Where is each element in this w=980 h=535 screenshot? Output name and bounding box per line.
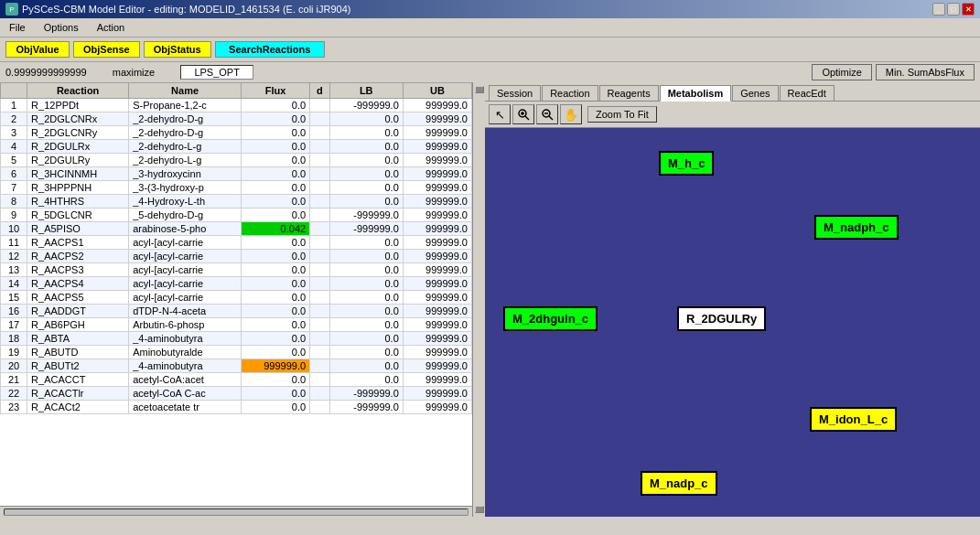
row-flux: 0.0 (241, 99, 309, 112)
optimize-button[interactable]: Optimize (812, 64, 871, 80)
table-row[interactable]: 16 R_AADDGT dTDP-N-4-aceta 0.0 0.0 99999… (1, 305, 472, 318)
menu-action[interactable]: Action (92, 20, 131, 35)
col-ub[interactable]: UB (403, 83, 471, 99)
minimize-button[interactable]: _ (932, 3, 945, 16)
window-controls[interactable]: _ □ ✕ (932, 3, 975, 16)
metabolite-box[interactable]: M_2dhguln_c (503, 306, 598, 331)
table-row[interactable]: 6 R_3HCINNMH _3-hydroxycinn 0.0 0.0 9999… (1, 167, 472, 181)
row-reaction[interactable]: R_4HTHRS (27, 195, 129, 209)
row-name: _2-dehydro-L-g (129, 140, 242, 154)
tab-reagents[interactable]: Reagents (599, 85, 659, 101)
search-reactions-button[interactable]: SearchReactions (215, 41, 325, 58)
row-reaction[interactable]: R_AACPS5 (27, 291, 129, 305)
vertical-scrollbar[interactable] (472, 82, 485, 517)
row-flux: 0.0 (241, 209, 309, 222)
table-row[interactable]: 15 R_AACPS5 acyl-[acyl-carrie 0.0 0.0 99… (1, 291, 472, 305)
row-reaction[interactable]: R_12PPDt (27, 99, 129, 112)
row-reaction[interactable]: R_3HCINNMH (27, 167, 129, 181)
menu-options[interactable]: Options (38, 20, 84, 35)
tab-reacedt[interactable]: ReacEdt (780, 85, 835, 101)
row-ub: 999999.0 (403, 291, 471, 305)
row-name: _2-dehydro-D-g (129, 126, 242, 140)
zoom-in-button[interactable] (512, 104, 534, 124)
table-row[interactable]: 22 R_ACACTlr acetyl-CoA C-ac 0.0 -999999… (1, 387, 472, 401)
row-reaction[interactable]: R_2DGULRy (27, 154, 129, 167)
horizontal-scrollbar-area[interactable] (0, 506, 472, 517)
tab-session[interactable]: Session (489, 85, 541, 101)
min-sum-abs-flux-button[interactable]: Min. SumAbsFlux (876, 64, 975, 80)
row-num: 6 (1, 167, 27, 181)
row-reaction[interactable]: R_5DGLCNR (27, 209, 129, 222)
table-row[interactable]: 21 R_ACACCT acetyl-CoA:acet 0.0 0.0 9999… (1, 373, 472, 387)
row-reaction[interactable]: R_AADDGT (27, 305, 129, 318)
tab-reaction[interactable]: Reaction (542, 85, 598, 101)
tab-metabolism[interactable]: Metabolism (660, 85, 732, 102)
table-row[interactable]: 14 R_AACPS4 acyl-[acyl-carrie 0.0 0.0 99… (1, 277, 472, 291)
zoom-out-button[interactable] (536, 104, 558, 124)
row-reaction[interactable]: R_2DGLCNRy (27, 126, 129, 140)
col-flux[interactable]: Flux (241, 83, 309, 99)
obj-status-button[interactable]: ObjStatus (144, 41, 211, 58)
col-d[interactable]: d (310, 83, 330, 99)
map-canvas[interactable]: M_h_cM_nadph_cM_2dhguln_cR_2DGULRyM_idon… (485, 128, 980, 517)
row-d (310, 126, 330, 140)
row-reaction[interactable]: R_3HPPPNH (27, 181, 129, 195)
row-reaction[interactable]: R_AACPS3 (27, 263, 129, 277)
row-ub: 999999.0 (403, 140, 471, 154)
pan-tool-button[interactable]: ✋ (560, 104, 582, 124)
row-reaction[interactable]: R_A5PISO (27, 222, 129, 236)
row-ub: 999999.0 (403, 236, 471, 250)
row-reaction[interactable]: R_AB6PGH (27, 318, 129, 332)
row-reaction[interactable]: R_AACPS4 (27, 277, 129, 291)
table-row[interactable]: 17 R_AB6PGH Arbutin-6-phosp 0.0 0.0 9999… (1, 318, 472, 332)
metabolite-box[interactable]: M_h_c (659, 151, 714, 176)
table-row[interactable]: 13 R_AACPS3 acyl-[acyl-carrie 0.0 0.0 99… (1, 263, 472, 277)
metabolite-box[interactable]: M_nadp_c (641, 471, 717, 496)
table-row[interactable]: 8 R_4HTHRS _4-Hydroxy-L-th 0.0 0.0 99999… (1, 195, 472, 209)
table-row[interactable]: 23 R_ACACt2 acetoacetate tr 0.0 -999999.… (1, 401, 472, 414)
obj-sense-button[interactable]: ObjSense (73, 41, 140, 58)
row-reaction[interactable]: R_2DGULRx (27, 140, 129, 154)
maximize-button[interactable]: □ (947, 3, 960, 16)
table-row[interactable]: 5 R_2DGULRy _2-dehydro-L-g 0.0 0.0 99999… (1, 154, 472, 167)
row-num: 17 (1, 318, 27, 332)
zoom-to-fit-button[interactable]: Zoom To Fit (587, 106, 657, 123)
tab-genes[interactable]: Genes (732, 85, 778, 101)
table-row[interactable]: 12 R_AACPS2 acyl-[acyl-carrie 0.0 0.0 99… (1, 250, 472, 263)
row-reaction[interactable]: R_ABUTt2 (27, 359, 129, 373)
table-row[interactable]: 19 R_ABUTD Aminobutyralde 0.0 0.0 999999… (1, 346, 472, 359)
col-name[interactable]: Name (129, 83, 242, 99)
table-row[interactable]: 9 R_5DGLCNR _5-dehydro-D-g 0.0 -999999.0… (1, 209, 472, 222)
table-row[interactable]: 11 R_AACPS1 acyl-[acyl-carrie 0.0 0.0 99… (1, 236, 472, 250)
table-row[interactable]: 1 R_12PPDt S-Propane-1,2-c 0.0 -999999.0… (1, 99, 472, 112)
row-d (310, 346, 330, 359)
table-row[interactable]: 10 R_A5PISO arabinose-5-pho 0.042 -99999… (1, 222, 472, 236)
table-row[interactable]: 3 R_2DGLCNRy _2-dehydro-D-g 0.0 0.0 9999… (1, 126, 472, 140)
metabolite-box[interactable]: M_nadph_c (814, 215, 899, 240)
row-reaction[interactable]: R_ABTA (27, 332, 129, 346)
table-row[interactable]: 2 R_2DGLCNRx _2-dehydro-D-g 0.0 0.0 9999… (1, 112, 472, 126)
metabolite-box[interactable]: R_2DGULRy (677, 306, 766, 331)
obj-value-button[interactable]: ObjValue (5, 41, 70, 58)
row-reaction[interactable]: R_2DGLCNRx (27, 112, 129, 126)
cursor-tool-button[interactable]: ↖ (489, 104, 511, 124)
row-reaction[interactable]: R_ACACCT (27, 373, 129, 387)
horizontal-scrollbar[interactable] (4, 508, 468, 516)
table-container[interactable]: Reaction Name Flux d LB UB 1 R_12PPDt S-… (0, 82, 472, 506)
close-button[interactable]: ✕ (962, 3, 975, 16)
row-reaction[interactable]: R_ABUTD (27, 346, 129, 359)
col-lb[interactable]: LB (329, 83, 403, 99)
menu-file[interactable]: File (4, 20, 31, 35)
row-num: 21 (1, 373, 27, 387)
row-reaction[interactable]: R_AACPS1 (27, 236, 129, 250)
row-reaction[interactable]: R_AACPS2 (27, 250, 129, 263)
table-row[interactable]: 7 R_3HPPPNH _3-(3-hydroxy-p 0.0 0.0 9999… (1, 181, 472, 195)
row-reaction[interactable]: R_ACACt2 (27, 401, 129, 414)
row-d (310, 359, 330, 373)
row-reaction[interactable]: R_ACACTlr (27, 387, 129, 401)
table-row[interactable]: 20 R_ABUTt2 _4-aminobutyra 999999.0 0.0 … (1, 359, 472, 373)
table-row[interactable]: 18 R_ABTA _4-aminobutyra 0.0 0.0 999999.… (1, 332, 472, 346)
metabolite-box[interactable]: M_idon_L_c (810, 407, 897, 432)
table-row[interactable]: 4 R_2DGULRx _2-dehydro-L-g 0.0 0.0 99999… (1, 140, 472, 154)
col-reaction[interactable]: Reaction (27, 83, 129, 99)
